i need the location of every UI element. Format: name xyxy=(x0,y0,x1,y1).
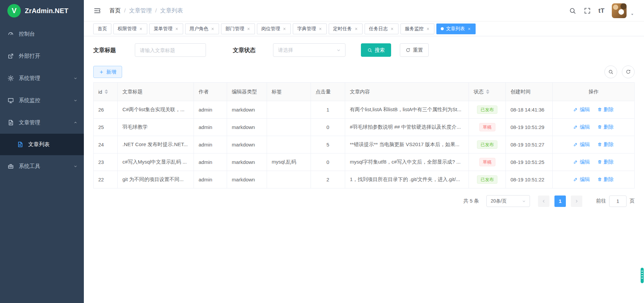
tag-tab[interactable]: 文章列表 xyxy=(436,24,476,34)
font-size-icon[interactable]: tT xyxy=(598,7,604,14)
sidebar-item[interactable]: 系统监控 xyxy=(0,89,84,112)
sidebar-item[interactable]: 控制台 xyxy=(0,23,84,45)
edit-link-label: 编辑 xyxy=(580,106,590,113)
tag-tab[interactable]: 服务监控 xyxy=(400,24,434,34)
close-icon[interactable] xyxy=(467,27,471,31)
edit-link[interactable]: 编辑 xyxy=(573,159,590,165)
sort-ascending-icon[interactable] xyxy=(486,89,489,91)
delete-icon xyxy=(597,142,602,147)
edit-link[interactable]: 编辑 xyxy=(573,106,590,113)
toggle-search-button[interactable] xyxy=(604,66,617,78)
sort-control[interactable] xyxy=(105,89,108,94)
caret-down-icon[interactable] xyxy=(630,12,635,17)
cell-status: 已发布 xyxy=(469,171,506,188)
close-icon[interactable] xyxy=(211,27,215,31)
delete-link[interactable]: 删除 xyxy=(597,106,614,113)
cell-status: 已发布 xyxy=(469,101,506,119)
close-icon[interactable] xyxy=(282,27,286,31)
app-logo[interactable]: V ZrAdmin.NET xyxy=(0,0,84,21)
sort-control[interactable] xyxy=(486,89,489,94)
table-column-header: id xyxy=(94,83,118,101)
status-badge: 草稿 xyxy=(479,158,495,167)
cell-content: #羽毛球拍参数说明 ## 中管软硬选择以及长度介... xyxy=(345,119,469,136)
goto-label: 前往 xyxy=(596,198,606,204)
cell-id: 22 xyxy=(94,171,118,188)
plus-icon xyxy=(99,70,104,75)
tag-tab[interactable]: 菜单管理 xyxy=(149,24,183,34)
tag-tab[interactable]: 岗位管理 xyxy=(257,24,291,34)
tag-tab[interactable]: 任务日志 xyxy=(365,24,398,34)
sidebar-item[interactable]: 文章列表 xyxy=(0,134,84,155)
close-icon[interactable] xyxy=(354,27,358,31)
table-column-header: 创建时间 xyxy=(506,83,553,101)
article-title-input[interactable] xyxy=(135,43,206,57)
sidebar-item[interactable]: 外部打开 xyxy=(0,45,84,67)
delete-link[interactable]: 删除 xyxy=(597,159,614,165)
page-size-select[interactable]: 20条/页 xyxy=(486,195,530,207)
sidebar-fold-icon[interactable] xyxy=(93,7,101,15)
breadcrumb-item[interactable]: 首页 / xyxy=(109,7,129,14)
breadcrumb-separator: / xyxy=(124,7,126,14)
edit-link[interactable]: 编辑 xyxy=(573,141,590,148)
sort-descending-icon[interactable] xyxy=(105,92,108,94)
refresh-icon xyxy=(406,48,411,53)
sidebar-item[interactable]: 系统工具 xyxy=(0,155,84,177)
edit-link-label: 编辑 xyxy=(580,124,590,130)
scrollbar-thumb[interactable] xyxy=(641,268,644,283)
logo-letter: V xyxy=(12,6,17,15)
sort-ascending-icon[interactable] xyxy=(105,89,108,91)
cell-title: 羽毛球教学 xyxy=(118,119,194,136)
breadcrumb-separator: / xyxy=(155,7,157,14)
tag-tab[interactable]: 定时任务 xyxy=(329,24,363,34)
tag-tab[interactable]: 权限管理 xyxy=(113,24,147,34)
search-icon[interactable] xyxy=(569,7,576,14)
breadcrumb-item[interactable]: 文章管理 / xyxy=(129,7,160,14)
fullscreen-icon[interactable] xyxy=(584,7,591,14)
goto-page-input[interactable] xyxy=(609,196,627,207)
search-button[interactable]: 搜索 xyxy=(361,43,391,57)
breadcrumb-item[interactable]: 文章列表 / xyxy=(160,7,183,14)
tag-tab-label: 文章列表 xyxy=(446,26,465,32)
close-icon[interactable] xyxy=(426,27,430,31)
topbar-actions: tT xyxy=(569,3,635,18)
next-page-button[interactable] xyxy=(571,196,582,207)
close-icon[interactable] xyxy=(390,27,394,31)
sidebar-item[interactable]: 文章管理 xyxy=(0,112,84,134)
close-icon[interactable] xyxy=(139,27,143,31)
toolbar-right xyxy=(604,66,635,78)
sort-descending-icon[interactable] xyxy=(486,92,489,94)
article-status-select[interactable]: 请选择 xyxy=(273,43,345,57)
logo-icon: V xyxy=(7,4,21,17)
refresh-table-button[interactable] xyxy=(622,66,635,78)
sidebar-item[interactable]: 系统管理 xyxy=(0,67,84,89)
chevron-down-icon xyxy=(522,199,526,204)
delete-link[interactable]: 删除 xyxy=(597,176,614,183)
chevron-down-icon xyxy=(336,48,341,53)
add-button[interactable]: 新增 xyxy=(93,66,122,78)
prev-page-button[interactable] xyxy=(538,196,549,207)
delete-link[interactable]: 删除 xyxy=(597,124,614,130)
table-column-header: 状态 xyxy=(469,83,506,101)
reset-button[interactable]: 重置 xyxy=(400,43,429,57)
sidebar-item-icon xyxy=(17,141,23,148)
tag-tab[interactable]: 用户角色 xyxy=(185,24,219,34)
tag-tab[interactable]: 首页 xyxy=(93,24,111,34)
filter-form: 文章标题 文章状态 请选择 搜索 重置 xyxy=(93,43,635,57)
close-icon[interactable] xyxy=(318,27,322,31)
page-number-button[interactable]: 1 xyxy=(554,196,566,207)
tag-tab[interactable]: 部门管理 xyxy=(221,24,255,34)
close-icon[interactable] xyxy=(175,27,179,31)
cell-created-time: 08-19 10:51:22 xyxy=(506,171,553,188)
cell-id: 26 xyxy=(94,101,118,119)
pagination: 共 5 条 20条/页 1 前往 页 xyxy=(93,195,635,207)
close-icon[interactable] xyxy=(247,27,251,31)
tag-tab[interactable]: 字典管理 xyxy=(293,24,327,34)
app-name: ZrAdmin.NET xyxy=(25,7,68,15)
chevron-left-icon xyxy=(541,199,546,204)
sidebar-item-icon xyxy=(7,163,14,170)
delete-link[interactable]: 删除 xyxy=(597,141,614,148)
user-avatar[interactable] xyxy=(612,3,627,18)
edit-link[interactable]: 编辑 xyxy=(573,176,590,183)
edit-link[interactable]: 编辑 xyxy=(573,124,590,130)
edit-icon xyxy=(573,160,578,164)
